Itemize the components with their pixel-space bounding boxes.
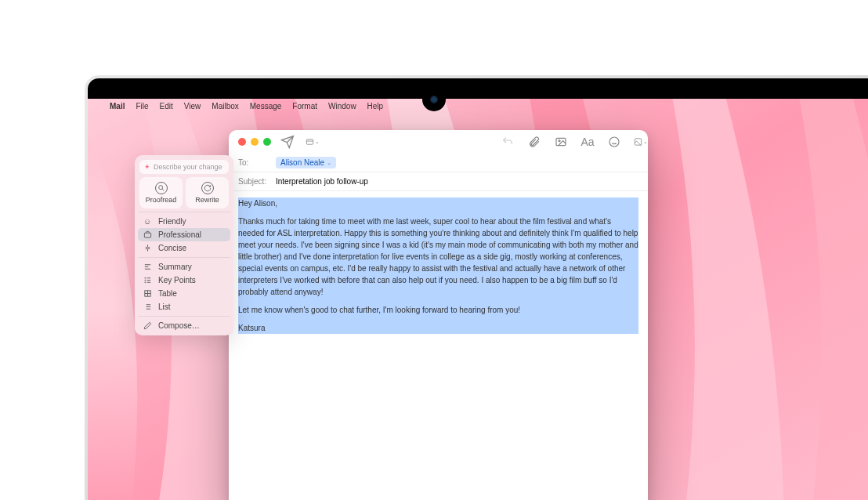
close-window-button[interactable] [238,138,246,146]
writing-tools-panel: ✦ Describe your change Proofread [135,155,233,335]
svg-point-6 [158,186,162,190]
svg-rect-1 [306,139,313,144]
svg-point-8 [144,277,145,278]
cycle-icon [201,182,214,194]
transform-summary[interactable]: Summary [138,260,230,274]
tone-friendly-label: Friendly [158,217,186,226]
send-icon[interactable] [280,135,295,149]
window-traffic-lights [229,130,280,154]
macbook-frame: Mail File Edit View Mailbox Message Form… [85,75,868,500]
transform-list[interactable]: List [138,300,230,313]
sparkle-icon: ✦ [144,163,150,171]
menu-mailbox[interactable]: Mailbox [212,102,238,111]
photo-picker-icon[interactable] [554,135,568,149]
recipient-chip[interactable]: Alison Neale ⌄ [276,157,336,168]
divider [138,316,230,317]
transform-table-label: Table [158,289,177,298]
emoji-icon[interactable] [607,135,621,149]
to-field-row: To: Alison Neale ⌄ [229,154,648,172]
tone-concise[interactable]: Concise [138,241,230,255]
svg-point-9 [144,280,145,281]
compress-icon [143,244,152,252]
summary-icon [143,263,152,271]
macbook-screen-bezel: Mail File Edit View Mailbox Message Form… [88,78,868,500]
compose-option[interactable]: Compose… [138,319,230,332]
keypoints-icon [143,276,152,284]
transform-keypoints[interactable]: Key Points [138,274,230,287]
rewrite-label: Rewrite [195,196,219,204]
attach-icon[interactable] [527,135,541,149]
describe-change-placeholder: Describe your change [154,163,222,171]
desktop-screen: Mail File Edit View Mailbox Message Form… [88,99,868,500]
magnifier-icon [155,182,168,194]
recipient-name: Alison Neale [280,158,324,167]
proofread-label: Proofread [146,196,177,204]
subject-label: Subject: [238,177,269,186]
svg-point-3 [559,140,560,142]
svg-point-4 [609,137,619,147]
pencil-icon [143,321,152,330]
svg-rect-7 [144,233,150,237]
divider [138,257,230,258]
tone-professional-label: Professional [158,230,201,239]
chevron-down-icon: ⌄ [327,160,331,166]
menu-message[interactable]: Message [250,102,282,111]
reply-icon[interactable] [501,135,515,149]
selected-text: Hey Alison, Thanks much for taking time … [238,197,638,334]
menu-window[interactable]: Window [328,102,356,111]
body-paragraph-1: Thanks much for taking time to meet with… [238,216,638,298]
format-icon[interactable]: Aa [580,135,595,149]
proofread-button[interactable]: Proofread [139,177,183,208]
table-icon [143,289,152,298]
describe-change-input[interactable]: ✦ Describe your change [139,160,229,174]
transform-keypoints-label: Key Points [158,276,196,284]
transform-list-label: List [158,303,171,311]
camera-notch [422,88,446,111]
tone-concise-label: Concise [158,244,186,252]
body-signature: Katsura [238,322,638,334]
menubar: Mail File Edit View Mailbox Message Form… [88,99,868,113]
email-body[interactable]: Hey Alison, Thanks much for taking time … [229,191,648,340]
fullscreen-window-button[interactable] [263,138,271,146]
tone-friendly[interactable]: ☺ Friendly [138,215,230,228]
to-label: To: [238,158,269,167]
list-icon [143,303,152,311]
menu-file[interactable]: File [136,102,148,111]
transform-table[interactable]: Table [138,287,230,300]
image-options-icon[interactable]: ⌄ [634,135,648,149]
body-greeting: Hey Alison, [238,197,638,209]
menu-help[interactable]: Help [367,102,384,111]
compose-window: ⌄ Aa [229,130,648,500]
tone-professional[interactable]: Professional [138,228,230,241]
body-paragraph-2: Let me know when's good to chat further,… [238,304,638,316]
briefcase-icon [143,230,152,239]
compose-option-label: Compose… [158,321,200,330]
header-options-button[interactable]: ⌄ [306,135,320,149]
menu-format[interactable]: Format [292,102,317,111]
transform-summary-label: Summary [158,263,192,271]
menu-view[interactable]: View [184,102,201,111]
smile-icon: ☺ [143,217,152,226]
rewrite-button[interactable]: Rewrite [186,177,229,208]
menu-edit[interactable]: Edit [160,102,173,111]
subject-field-row: Subject: [229,172,648,191]
app-menu[interactable]: Mail [110,102,125,111]
subject-input[interactable] [276,177,638,186]
svg-point-10 [144,282,145,283]
minimize-window-button[interactable] [251,138,259,146]
divider [138,212,230,212]
